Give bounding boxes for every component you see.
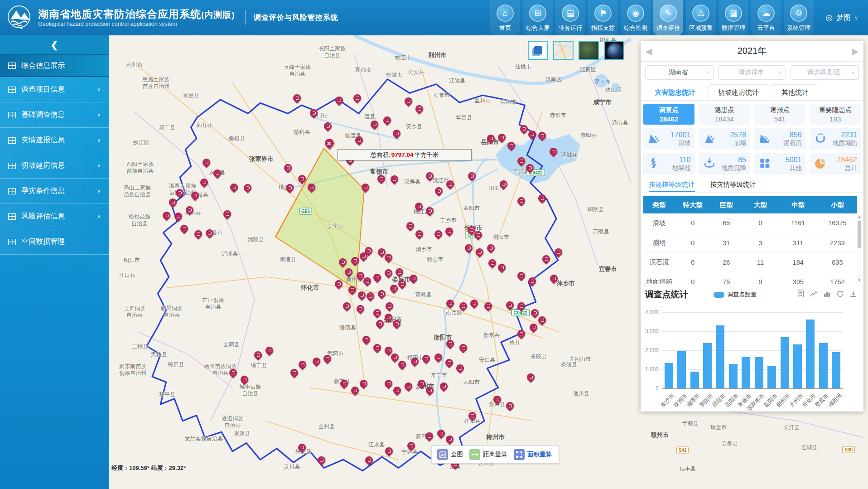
table-cell: 311 — [779, 233, 818, 252]
type-card-text: 110地裂缝 — [661, 155, 691, 171]
sidebar-item-8[interactable]: 空间数据管理 — [0, 229, 109, 255]
street-map-button[interactable] — [553, 41, 574, 60]
summary-card-4[interactable]: 重要隐患点183 — [810, 104, 861, 125]
nav-item-4[interactable]: ⚑指挥支撑 — [588, 0, 618, 35]
area-tooltip-value: 9797.04 — [391, 151, 414, 158]
data-view-icon[interactable] — [797, 290, 805, 299]
scroll-down-icon[interactable]: ▼ — [857, 278, 862, 283]
chart-bar-衡阳市[interactable] — [703, 343, 712, 388]
summary-card-3[interactable]: 速报点541 — [754, 104, 805, 125]
refresh-icon[interactable] — [836, 290, 844, 299]
next-year-button[interactable]: ▶ — [847, 46, 863, 57]
chart-bar-张家界市[interactable] — [755, 357, 763, 388]
hazard-pin-glyph — [386, 256, 390, 259]
nav-item-6[interactable]: ✎调查评价 — [653, 0, 683, 35]
eye-icon[interactable]: ◎ — [825, 13, 833, 23]
hazard-pin-glyph — [470, 174, 474, 178]
sidebar-collapse-button[interactable]: ❮ — [0, 35, 109, 54]
hazard-pin-glyph — [519, 332, 523, 336]
y-axis-label: 2,000 — [645, 347, 659, 353]
type-card-text: 17601滑坡 — [661, 131, 691, 146]
subtab-2[interactable]: 按灾情等级统计 — [710, 180, 757, 192]
table-cell: 崩塌 — [643, 233, 675, 252]
region-select-1[interactable]: 湖南省∨ — [645, 65, 714, 80]
chart-bar-湘西州[interactable] — [832, 352, 840, 388]
chart-bar-益阳市[interactable] — [767, 366, 776, 388]
satellite-map-button[interactable] — [579, 41, 599, 60]
sidebar-item-1[interactable]: 综合信息展示 — [0, 54, 109, 77]
scroll-up-icon[interactable]: ▲ — [857, 214, 862, 220]
sidebar-item-icon — [8, 137, 16, 144]
hazard-pin-glyph — [256, 353, 260, 357]
hazard-pin-glyph — [369, 295, 372, 298]
hazard-pin-glyph — [461, 346, 465, 349]
bar-chart-icon[interactable] — [823, 290, 831, 299]
chart-legend[interactable]: 调查点数量 — [714, 290, 757, 299]
x-axis-label: 娄底市 — [814, 392, 830, 409]
table-scrollbar[interactable]: ▲ ▼ — [857, 214, 862, 283]
table-cell: 9 — [742, 272, 778, 284]
hazard-pin-glyph — [364, 185, 367, 189]
tab-3[interactable]: 其他统计 — [772, 84, 818, 100]
globe-3d-button[interactable] — [604, 41, 624, 60]
sidebar-item-4[interactable]: 灾情速报信息∨ — [0, 128, 109, 153]
chart-bar-岳阳市[interactable] — [729, 364, 738, 388]
distance-measure-button[interactable]: 距离量算 — [469, 449, 507, 460]
region-select-2[interactable]: 请选择市∨ — [718, 65, 786, 80]
hazard-pin-glyph — [242, 378, 246, 381]
sidebar-item-2[interactable]: 调查项目信息∨ — [0, 77, 109, 102]
layers-icon-button[interactable] — [528, 41, 548, 60]
subtab-1[interactable]: 按规模等级统计 — [649, 180, 695, 192]
user-name: 梦图 — [836, 13, 851, 23]
hazard-pin-glyph — [301, 363, 304, 366]
nav-item-1[interactable]: ⌂首页 — [490, 0, 520, 35]
prev-year-button[interactable]: ◀ — [641, 46, 657, 57]
line-chart-icon[interactable] — [810, 290, 818, 299]
chart-bar-邵阳市[interactable] — [716, 325, 724, 388]
year-label: 2021年 — [657, 45, 847, 57]
download-icon[interactable] — [849, 290, 857, 299]
hazard-pin-glyph — [232, 185, 236, 189]
tab-2[interactable]: 切坡建房统计 — [709, 84, 768, 100]
x-axis-label: 株洲市 — [672, 392, 689, 409]
nav-item-9[interactable]: ☁云平台 — [751, 0, 781, 35]
chart-bar-长沙市[interactable] — [665, 363, 673, 388]
nav-item-5[interactable]: ◉综合监测 — [621, 0, 651, 35]
chart-bar-株洲市[interactable] — [677, 351, 686, 388]
hazard-pin-glyph — [439, 432, 443, 436]
hazard-pin-glyph — [395, 322, 398, 326]
hazard-pin-glyph — [486, 305, 490, 308]
nav-item-3[interactable]: ▤业务运行 — [555, 0, 585, 35]
hazard-pin-glyph — [225, 213, 229, 216]
scale-level-table: 类型特大型巨型大型中型小型滑坡0650116116375崩塌0313311223… — [643, 196, 857, 284]
chart-bar-郴州市[interactable] — [781, 337, 789, 388]
sidebar-item-3[interactable]: 基础调查信息∨ — [0, 102, 109, 128]
tab-1[interactable]: 灾害隐患统计 — [645, 84, 705, 100]
measure-toolbar: 全图 距离量算 面积量算 — [431, 445, 559, 464]
area-measure-button[interactable]: 面积量算 — [514, 449, 552, 460]
region-select-3[interactable]: 请选择县/区∨ — [791, 65, 859, 80]
nav-item-8[interactable]: ▦数据管理 — [719, 0, 748, 35]
chart-bar-常德市[interactable] — [742, 357, 750, 388]
chart-bar-娄底市[interactable] — [819, 343, 828, 388]
scroll-thumb[interactable] — [858, 221, 861, 248]
chart-bar-永州市[interactable] — [793, 344, 802, 388]
sidebar-item-5[interactable]: 切坡建房信息∨ — [0, 153, 109, 179]
chart-bar-怀化市[interactable] — [806, 320, 815, 388]
sidebar-item-6[interactable]: 孕灾条件信息∨ — [0, 179, 109, 204]
hazard-pin-glyph — [288, 186, 292, 189]
nav-item-7[interactable]: ⚠区域预警 — [686, 0, 716, 35]
nav-icon-3: ▤ — [562, 5, 579, 22]
summary-card-1[interactable]: 调查点28462 — [643, 104, 694, 125]
user-menu[interactable]: ◎ 梦图 ∨ — [814, 13, 868, 23]
hazard-pin-glyph — [400, 363, 404, 366]
summary-card-2[interactable]: 隐患点18434 — [699, 104, 750, 125]
nav-item-2[interactable]: ⊞综合大屏 — [523, 0, 553, 35]
hazard-pin-glyph — [337, 282, 340, 286]
full-extent-button[interactable]: 全图 — [437, 449, 463, 460]
hazard-pin-glyph — [379, 177, 383, 181]
sidebar-item-7[interactable]: 风险评估信息∨ — [0, 204, 109, 229]
type-card-label: 地面塌陷 — [833, 140, 857, 147]
chart-bar-湘潭市[interactable] — [690, 372, 699, 388]
nav-item-10[interactable]: ⚙系统管理 — [784, 0, 814, 35]
